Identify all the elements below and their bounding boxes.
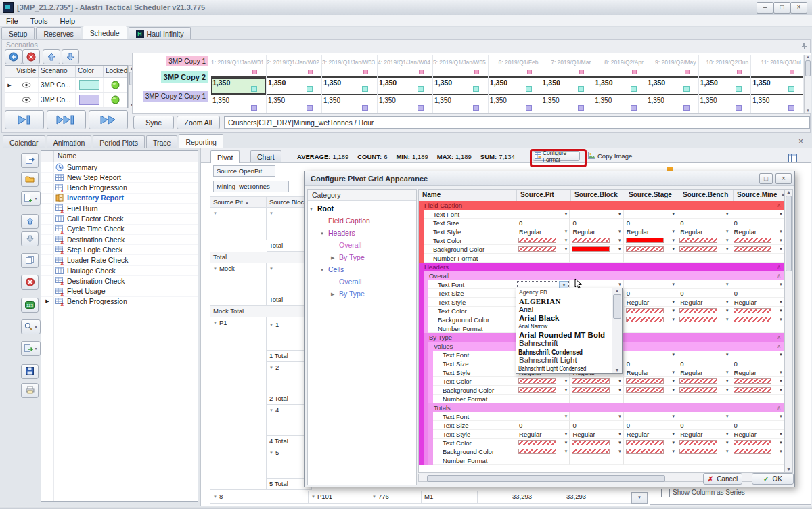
- property-editor[interactable]: ▼: [624, 447, 677, 456]
- property-editor[interactable]: 0: [731, 421, 784, 430]
- report-item-cycle-time-check[interactable]: xCycle Time Check: [41, 224, 198, 235]
- fast-forward-button[interactable]: [89, 110, 128, 129]
- timeline-cell-row3[interactable]: 1,350: [489, 95, 541, 114]
- timeline-cell-row2[interactable]: 1,350: [646, 76, 698, 95]
- property-editor[interactable]: Regular▼: [677, 368, 731, 377]
- visible-eye-icon[interactable]: [14, 93, 39, 107]
- property-editor[interactable]: [731, 456, 784, 465]
- property-editor[interactable]: ▼: [516, 236, 570, 245]
- property-editor[interactable]: 0: [624, 289, 677, 298]
- menu-file[interactable]: File: [0, 17, 24, 25]
- report-item-loader-rate-check[interactable]: xLoader Rate Check: [41, 255, 198, 266]
- property-editor[interactable]: [624, 456, 677, 465]
- property-editor[interactable]: [570, 254, 623, 263]
- property-editor[interactable]: ▼: [731, 351, 784, 359]
- pivot-col-source-pit[interactable]: Source.Pit ▲: [210, 196, 267, 208]
- step-forward-button[interactable]: [5, 110, 44, 129]
- timeline-cell-row3[interactable]: 1,350: [751, 95, 803, 114]
- property-editor[interactable]: ▼: [570, 377, 623, 386]
- property-editor[interactable]: 0: [516, 219, 570, 227]
- property-editor[interactable]: [677, 395, 731, 403]
- property-editor[interactable]: ▼: [570, 386, 623, 395]
- add-scenario-button[interactable]: [5, 49, 22, 64]
- timeline-cell-row3[interactable]: 1,350: [699, 95, 751, 114]
- property-editor[interactable]: ▼: [677, 412, 731, 421]
- timeline-cell-row2[interactable]: 1,350: [541, 76, 593, 95]
- section-band-hd[interactable]: Headers∧: [419, 263, 784, 271]
- timeline-cell-row1[interactable]: [646, 68, 698, 76]
- property-editor[interactable]: Regular▼: [677, 227, 731, 236]
- property-editor[interactable]: Regular▼: [624, 430, 677, 439]
- property-editor[interactable]: ▼: [624, 439, 677, 447]
- open-folder-button[interactable]: [21, 172, 39, 187]
- timeline-cell-row1[interactable]: [211, 68, 266, 76]
- property-editor[interactable]: ▼: [731, 412, 784, 421]
- property-editor[interactable]: Regular▼: [731, 298, 784, 307]
- tab-haul-infinity[interactable]: HHaul Infinity: [129, 27, 191, 39]
- property-editor[interactable]: ▼: [624, 245, 677, 254]
- property-editor[interactable]: ▼: [677, 210, 731, 219]
- scenario-row[interactable]: ▶3MP Co...: [5, 78, 127, 93]
- scenario-col-Color[interactable]: Color: [76, 66, 104, 77]
- property-editor[interactable]: ▼: [731, 377, 784, 386]
- save-button[interactable]: [21, 364, 39, 379]
- pivot-bottom-m1[interactable]: M1: [422, 491, 478, 504]
- tree-item-field-caption[interactable]: Field Caption: [308, 215, 416, 227]
- property-editor[interactable]: ▼: [570, 245, 623, 254]
- report-item-step-logic-check[interactable]: xStep Logic Check: [41, 244, 198, 255]
- property-editor[interactable]: ▼: [677, 439, 731, 447]
- report-item-bench-progression[interactable]: xBench Progression: [41, 183, 198, 194]
- close-pane-icon[interactable]: ×: [798, 137, 803, 146]
- timeline-cell-row2[interactable]: 1,350: [699, 76, 751, 95]
- property-editor[interactable]: ▼: [731, 245, 784, 254]
- property-editor[interactable]: ▼: [516, 447, 570, 456]
- timeline-cell-row2[interactable]: 1,350: [211, 76, 266, 95]
- property-editor[interactable]: [677, 254, 731, 263]
- timeline-cell-row2[interactable]: 1,350: [593, 76, 646, 95]
- report-item-fleet-usage[interactable]: xFleet Usage: [41, 286, 198, 297]
- property-editor[interactable]: ▼: [624, 315, 677, 324]
- property-editor[interactable]: ▼: [677, 280, 731, 289]
- tab-reserves[interactable]: Reserves: [36, 27, 81, 39]
- scenario-col-Visible[interactable]: Visible: [14, 66, 39, 77]
- timeline-cell-row2[interactable]: 1,350: [378, 76, 432, 95]
- view-tab-trace[interactable]: Trace: [146, 135, 177, 148]
- property-editor[interactable]: ▼: [731, 210, 784, 219]
- property-editor[interactable]: ▼: [570, 412, 623, 421]
- pivot-bottom-value[interactable]: 33,293: [535, 491, 589, 504]
- property-editor[interactable]: [516, 395, 570, 403]
- period-header[interactable]: 2: 2019/Q1/Jan/W02: [267, 55, 321, 68]
- font-option-arial-black[interactable]: Arial Black: [516, 314, 612, 323]
- pivot-bottom-empty[interactable]: [589, 491, 631, 504]
- minimize-button[interactable]: –: [757, 2, 773, 14]
- property-editor[interactable]: ▼: [570, 210, 623, 219]
- property-editor[interactable]: ▼: [677, 236, 731, 245]
- timeline-cell-row1[interactable]: [541, 68, 593, 76]
- property-editor[interactable]: 0: [624, 359, 677, 368]
- export-panel-button[interactable]: [21, 153, 39, 168]
- period-header[interactable]: 9: 2019/Q2/May: [646, 55, 698, 68]
- property-editor[interactable]: ▼: [624, 412, 677, 421]
- report-item-haulage-check[interactable]: Haulage Check: [41, 265, 198, 276]
- property-editor[interactable]: 0: [570, 421, 623, 430]
- property-editor[interactable]: ▼: [624, 280, 677, 289]
- tree-item-overall[interactable]: Overall: [308, 275, 416, 288]
- timeline-cell-row2[interactable]: 1,350: [489, 76, 541, 95]
- timeline-cell-row3[interactable]: 1,350: [433, 95, 488, 114]
- tab-setup[interactable]: Setup: [1, 27, 35, 39]
- tree-item-by-type[interactable]: ▶By Type: [308, 288, 416, 300]
- report-item-new-step-report[interactable]: New Step Report: [41, 172, 198, 183]
- timeline-cell-row2[interactable]: 1,350: [267, 76, 321, 95]
- property-editor[interactable]: Regular▼: [677, 430, 731, 439]
- view-tab-period-plots[interactable]: Period Plots: [93, 135, 145, 148]
- timeline-cell-row1[interactable]: [378, 68, 432, 76]
- property-editor[interactable]: ▼: [731, 236, 784, 245]
- period-header[interactable]: 5: 2019/Q1/Jan/W05: [433, 55, 488, 68]
- property-editor[interactable]: ▼: [516, 377, 570, 386]
- timeline-scrollbar[interactable]: ▲▼: [804, 55, 811, 113]
- menu-help[interactable]: Help: [53, 17, 81, 25]
- property-editor[interactable]: ▼: [677, 386, 731, 395]
- report-item-bench-progression[interactable]: ▶xBench Progression: [41, 296, 198, 307]
- property-editor[interactable]: 0: [677, 359, 731, 368]
- move-up-button[interactable]: [21, 214, 39, 229]
